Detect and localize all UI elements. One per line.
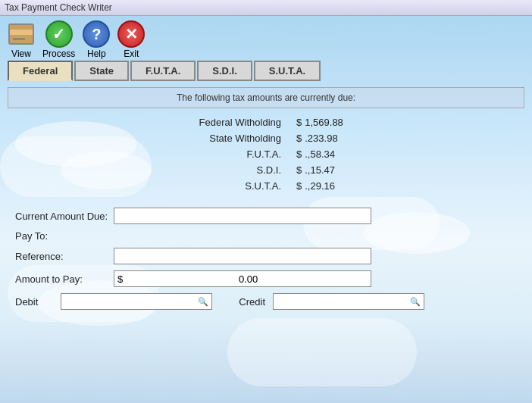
exit-label: Exit (124, 48, 139, 59)
view-icon (8, 20, 35, 48)
pay-to-label: Pay To: (15, 230, 114, 242)
form-section: Current Amount Due: Pay To: Reference: A… (8, 203, 524, 320)
tax-row-state: State Witholding $ .233.98 (8, 130, 524, 146)
process-label: Process (42, 48, 75, 59)
tax-row-sdi: S.D.I. $ .,15.47 (8, 162, 524, 178)
reference-label: Reference: (15, 251, 114, 262)
tax-amount-sdi: $ .,15.47 (296, 164, 387, 176)
info-message: The following tax amounts are currently … (8, 87, 524, 108)
tax-label-federal: Federal Witholding (145, 117, 281, 128)
help-label: Help (87, 48, 106, 59)
view-label: View (11, 48, 31, 59)
tax-amounts-table: Federal Witholding $ 1,569.88 State With… (8, 114, 524, 194)
debit-input[interactable]: 🔍 (61, 293, 212, 310)
process-toolbar-item[interactable]: ✓ Process (42, 20, 75, 59)
tax-row-futa: F.U.T.A. $ .,58.34 (8, 146, 524, 162)
credit-input[interactable]: 🔍 (273, 293, 424, 310)
current-amount-due-row: Current Amount Due: (15, 208, 517, 224)
pay-to-row: Pay To: (15, 230, 517, 242)
current-amount-due-input[interactable] (114, 208, 371, 224)
debit-label: Debit (15, 296, 53, 308)
tax-label-suta: S.U.T.A. (145, 180, 281, 192)
reference-row: Reference: (15, 248, 517, 264)
tab-futa[interactable]: F.U.T.A. (130, 61, 196, 81)
reference-input[interactable] (114, 248, 371, 264)
help-toolbar-item[interactable]: ? Help (83, 20, 110, 59)
tab-sdi[interactable]: S.D.I. (197, 61, 252, 81)
tax-amount-federal: $ 1,569.88 (296, 117, 387, 128)
amount-to-pay-row: Amount to Pay: $ 0.00 (15, 270, 517, 287)
amount-to-pay-value: 0.00 (129, 273, 368, 285)
tab-suta[interactable]: S.U.T.A. (254, 61, 321, 81)
view-toolbar-item[interactable]: View (8, 20, 35, 59)
amount-to-pay-label: Amount to Pay: (15, 273, 114, 285)
tax-label-state: State Witholding (145, 133, 281, 144)
tab-state[interactable]: State (74, 61, 129, 81)
credit-label: Credit (227, 296, 265, 308)
tax-amount-state: $ .233.98 (296, 133, 387, 144)
current-amount-due-label: Current Amount Due: (15, 211, 114, 222)
tax-amount-futa: $ .,58.34 (296, 148, 387, 160)
exit-toolbar-item[interactable]: ✕ Exit (117, 20, 145, 59)
help-icon: ? (83, 20, 110, 48)
toolbar: View ✓ Process ? Help ✕ Exit (0, 16, 532, 61)
tab-federal[interactable]: Federal (8, 61, 73, 81)
credit-search-icon[interactable]: 🔍 (410, 296, 421, 307)
tax-label-sdi: S.D.I. (145, 164, 281, 176)
amount-dollar-sign: $ (117, 273, 123, 285)
process-icon: ✓ (45, 20, 73, 48)
debit-search-icon[interactable]: 🔍 (198, 296, 208, 307)
nav-tabs: Federal State F.U.T.A. S.D.I. S.U.T.A. (0, 61, 532, 81)
content-area: The following tax amounts are currently … (8, 87, 524, 320)
debit-credit-row: Debit 🔍 Credit 🔍 (15, 293, 517, 310)
tax-label-futa: F.U.T.A. (145, 148, 281, 160)
tax-row-federal: Federal Witholding $ 1,569.88 (8, 114, 524, 130)
tax-amount-suta: $ .,29.16 (296, 180, 387, 192)
amount-to-pay-wrapper: $ 0.00 (114, 270, 371, 287)
tax-row-suta: S.U.T.A. $ .,29.16 (8, 178, 524, 194)
app-title: Tax Payment Check Writer (5, 2, 112, 13)
exit-icon: ✕ (117, 20, 145, 48)
title-bar: Tax Payment Check Writer (0, 0, 532, 16)
